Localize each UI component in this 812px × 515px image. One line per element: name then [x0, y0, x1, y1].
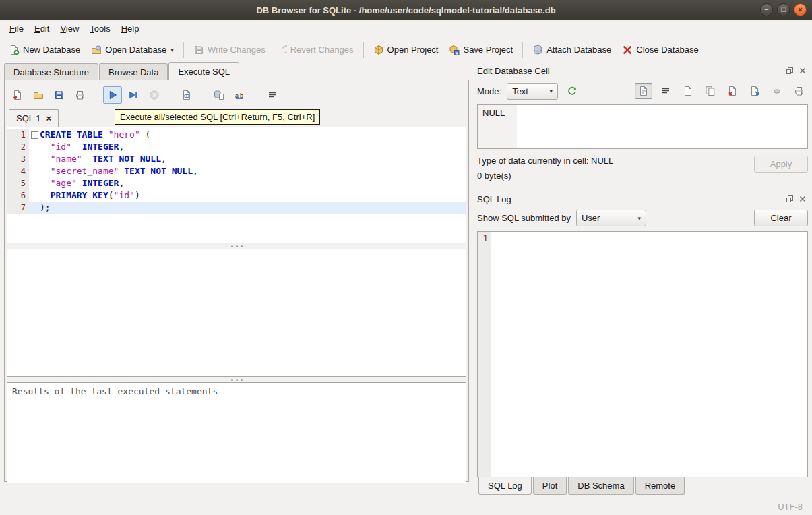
- close-panel-icon[interactable]: [799, 67, 807, 75]
- apply-button[interactable]: Apply: [754, 156, 808, 173]
- menu-tools[interactable]: Tools: [84, 22, 115, 36]
- window-controls: −□×: [760, 3, 807, 16]
- disk-icon: [193, 44, 204, 55]
- page-new-icon: [9, 44, 20, 55]
- splitter-handle[interactable]: [7, 377, 466, 382]
- close-tab-icon[interactable]: ×: [46, 114, 51, 123]
- save-project-button[interactable]: Save Project: [444, 41, 518, 59]
- open-database-button[interactable]: Open Database▾: [86, 41, 179, 59]
- tab-execute-sql[interactable]: Execute SQL: [168, 62, 239, 80]
- execute-sql-panel: ab SQL 1 × 1−CREATE TABLE "hero" (2 "id"…: [4, 80, 469, 482]
- results-message[interactable]: Results of the last executed statements: [7, 382, 466, 483]
- print-data-button[interactable]: [790, 83, 808, 99]
- save-as-view-button[interactable]: [210, 86, 228, 104]
- edit-cell-title: Edit Database Cell: [477, 66, 786, 76]
- cell-editor-body: [517, 105, 807, 148]
- fold-collapse-icon[interactable]: −: [31, 131, 38, 139]
- line-number: 7: [7, 202, 29, 214]
- revert-changes-button[interactable]: Revert Changes: [272, 41, 358, 59]
- cube-icon: [373, 44, 384, 55]
- editor-line: 1−CREATE TABLE "hero" (: [7, 129, 466, 141]
- export-to-csv-button[interactable]: [177, 86, 196, 104]
- right-pane: Edit Database Cell Mode: Text ▾ NULL Typ…: [477, 62, 808, 497]
- cell-info-texts: Type of data currently in cell: NULL 0 b…: [477, 156, 754, 181]
- menu-edit[interactable]: Edit: [29, 22, 55, 36]
- tooltip: Execute all/selected SQL [Ctrl+Return, F…: [115, 109, 320, 125]
- mode-value: Text: [512, 86, 528, 96]
- write-changes-button[interactable]: Write Changes: [189, 41, 270, 59]
- float-panel-icon[interactable]: [786, 67, 794, 75]
- auto-switch-mode-button[interactable]: [563, 83, 581, 99]
- revert-changes-label: Revert Changes: [290, 44, 354, 55]
- save-sql-file-button[interactable]: [50, 86, 69, 104]
- results-table[interactable]: [7, 249, 466, 377]
- cell-type-info: Type of data currently in cell: NULL: [477, 156, 754, 166]
- left-pane: Database StructureBrowse DataExecute SQL…: [4, 62, 469, 497]
- execute-all-button[interactable]: [103, 86, 122, 104]
- word-wrap-icon: [660, 86, 671, 96]
- splitter-handle[interactable]: [7, 243, 466, 249]
- sql-log-view[interactable]: 1: [477, 231, 808, 477]
- close-panel-icon[interactable]: [799, 195, 807, 203]
- maximize-button[interactable]: □: [777, 3, 790, 16]
- save-as-view-icon: [214, 90, 224, 100]
- open-in-external-icon: [683, 86, 693, 96]
- sql-log-dock-buttons: [786, 195, 808, 203]
- import-data-button[interactable]: [724, 83, 741, 99]
- print-sql-button[interactable]: [71, 86, 90, 104]
- menu-file[interactable]: File: [4, 22, 29, 36]
- tab-sql1[interactable]: SQL 1 ×: [9, 109, 59, 127]
- main-area: Database StructureBrowse DataExecute SQL…: [0, 62, 812, 497]
- log-filter-select[interactable]: User ▾: [576, 210, 646, 226]
- new-database-button[interactable]: New Database: [4, 41, 85, 59]
- folder-db-icon: [91, 44, 102, 55]
- clear-log-button[interactable]: Clear: [754, 210, 808, 226]
- execute-current-line-button[interactable]: [124, 86, 143, 104]
- db-icon: [532, 44, 543, 55]
- open-sql-new-tab-button[interactable]: [8, 86, 27, 104]
- tab-sql-log[interactable]: SQL Log: [478, 477, 532, 495]
- app-window: { "window": { "title": "DB Browser for S…: [0, 0, 812, 515]
- open-in-external-button[interactable]: [679, 83, 697, 99]
- minimize-button[interactable]: −: [760, 3, 773, 16]
- tab-sql1-label: SQL 1: [16, 113, 40, 123]
- text-mode-button[interactable]: [635, 83, 652, 99]
- float-panel-icon[interactable]: [786, 195, 794, 203]
- cube-save-icon: [449, 44, 460, 55]
- log-filter-row: Show SQL submitted by User ▾ Clear: [477, 210, 808, 226]
- sql-editor[interactable]: 1−CREATE TABLE "hero" (2 "id" INTEGER,3 …: [7, 127, 466, 243]
- edit-cell-dock-buttons: [786, 67, 808, 75]
- tab-remote[interactable]: Remote: [635, 477, 685, 495]
- attach-database-button[interactable]: Attach Database: [528, 41, 616, 59]
- dropdown-caret-icon[interactable]: ▾: [170, 47, 174, 53]
- close-database-button[interactable]: Close Database: [617, 41, 704, 59]
- word-wrap-button[interactable]: [657, 83, 675, 99]
- open-project-button[interactable]: Open Project: [369, 41, 443, 59]
- menu-help[interactable]: Help: [116, 22, 145, 36]
- cell-editor[interactable]: NULL: [477, 104, 808, 149]
- tab-database-structure[interactable]: Database Structure: [4, 63, 98, 80]
- tab-db-schema[interactable]: DB Schema: [568, 477, 633, 495]
- menu-view[interactable]: View: [55, 22, 84, 36]
- tab-plot[interactable]: Plot: [533, 477, 567, 495]
- find-replace-button[interactable]: ab: [230, 86, 249, 104]
- export-data-button[interactable]: [746, 83, 763, 99]
- edit-cell-header: Edit Database Cell: [477, 62, 808, 80]
- revert-icon: [276, 44, 287, 55]
- code-text: "secret_name" TEXT NOT NULL,: [40, 165, 466, 177]
- format-sql-button[interactable]: [263, 86, 282, 104]
- open-sql-file-icon: [33, 90, 44, 100]
- tab-browse-data[interactable]: Browse Data: [99, 63, 168, 80]
- copy-data-button[interactable]: [701, 83, 719, 99]
- open-sql-file-button[interactable]: [29, 86, 48, 104]
- open-sql-new-tab-icon: [12, 90, 23, 100]
- mode-select[interactable]: Text ▾: [507, 83, 558, 100]
- gear-icon: [567, 86, 577, 96]
- save-sql-file-icon: [54, 90, 65, 100]
- stop-execution-button[interactable]: [145, 86, 164, 104]
- bottom-tabbar: SQL LogPlotDB SchemaRemote: [477, 477, 808, 497]
- code-text: "age" INTEGER,: [40, 177, 466, 189]
- code-text: PRIMARY KEY("id"): [40, 189, 466, 202]
- close-button[interactable]: ×: [794, 3, 807, 16]
- set-null-button[interactable]: [768, 83, 786, 99]
